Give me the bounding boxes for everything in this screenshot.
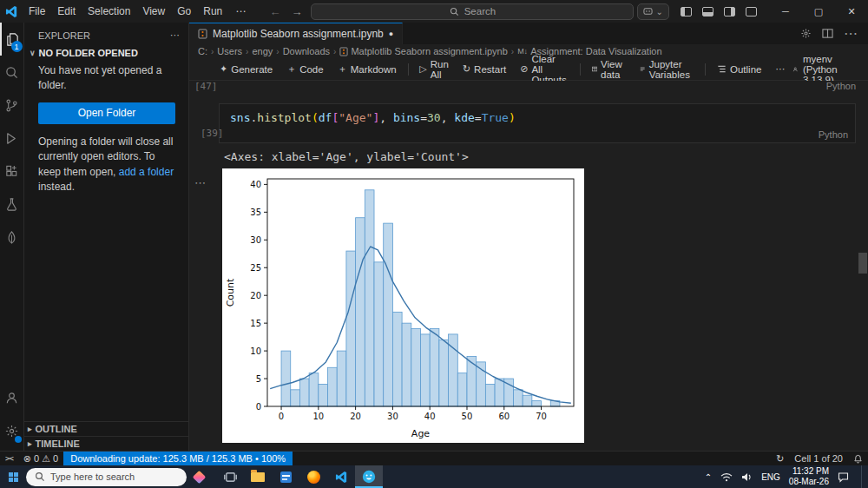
outline-section-header[interactable]: ▸ OUTLINE — [24, 421, 188, 436]
menu-file[interactable]: File — [23, 0, 51, 23]
task-view-button[interactable] — [216, 465, 244, 488]
activity-explorer-button[interactable]: 1 — [0, 23, 24, 56]
activity-mongodb-button[interactable] — [0, 221, 24, 254]
toolbar-more-button[interactable]: ⋯ — [769, 60, 791, 79]
clear-outputs-button[interactable]: ⊘ Clear All Outputs — [514, 60, 575, 79]
action-center-icon[interactable] — [838, 472, 849, 483]
cell-output: <Axes: xlabel='Age', ylabel='Count'> ⋯ 0… — [219, 150, 856, 443]
cell-position-indicator[interactable]: Cell 1 of 20 — [789, 452, 848, 466]
customize-layout-icon[interactable] — [746, 7, 757, 16]
previous-cell-strip: [47] Python — [219, 81, 856, 95]
tab-gear-icon[interactable] — [800, 28, 812, 39]
folder-icon — [251, 472, 265, 482]
blue-app-button[interactable] — [272, 465, 299, 488]
variables-icon — [640, 64, 645, 74]
active-app-button[interactable] — [355, 465, 383, 488]
cell-language-picker[interactable]: Python — [819, 129, 848, 140]
nav-back-icon[interactable]: ← — [264, 5, 286, 18]
jupyter-variables-label: Jupyter Variables — [649, 59, 694, 80]
svg-text:15: 15 — [250, 319, 261, 328]
notifications-button[interactable] — [848, 452, 868, 466]
wifi-icon[interactable] — [720, 472, 733, 482]
svg-text:Age: Age — [411, 428, 431, 439]
ellipsis-icon: ⋯ — [775, 63, 785, 75]
jupyter-variables-button[interactable]: Jupyter Variables — [634, 60, 700, 79]
menu-selection[interactable]: Selection — [82, 0, 136, 23]
activity-search-button[interactable] — [0, 56, 24, 89]
menu-overflow[interactable]: ⋯ — [228, 5, 253, 17]
file-explorer-button[interactable] — [244, 465, 272, 488]
sidebar-more-button[interactable]: ⋯ — [170, 30, 180, 41]
generate-button[interactable]: ✦ Generate — [214, 60, 279, 79]
cell-code-line[interactable]: sns.histplot(df["Age"], bins=30, kde=Tru… — [220, 104, 855, 126]
add-code-button[interactable]: ＋ Code — [280, 60, 330, 79]
notebook-icon — [198, 29, 207, 39]
svg-text:5: 5 — [256, 374, 261, 384]
output-menu-button[interactable]: ⋯ — [194, 176, 206, 189]
kernel-icon — [792, 64, 799, 75]
activity-extensions-button[interactable] — [0, 155, 24, 188]
language-indicator[interactable]: ENG — [761, 472, 780, 482]
toggle-sidebar-icon[interactable] — [681, 7, 692, 16]
toggle-secondary-sidebar-icon[interactable] — [724, 7, 735, 16]
download-progress[interactable]: Downloading update: 125.3 MB / 125.3 MB … — [63, 452, 293, 466]
bell-icon — [853, 454, 863, 464]
add-markdown-button[interactable]: ＋ Markdown — [332, 60, 403, 79]
editor-scrollbar[interactable] — [858, 253, 867, 274]
tab-notebook[interactable]: Matplotlib Seaborn assignment.ipynb ● — [189, 23, 403, 44]
nav-forward-icon[interactable]: → — [286, 5, 307, 18]
copilot-menu-button[interactable]: ⌄ — [637, 3, 668, 20]
volume-icon[interactable] — [741, 472, 753, 482]
menu-edit[interactable]: Edit — [51, 0, 82, 23]
settings-button[interactable] — [0, 414, 24, 447]
remote-indicator[interactable]: >< — [0, 452, 18, 466]
timeline-label: TIMELINE — [36, 439, 80, 449]
sync-indicator[interactable]: ↻ — [771, 452, 789, 466]
warnings-icon: ⚠ — [42, 453, 50, 465]
search-highlights-icon[interactable] — [193, 470, 207, 484]
tab-more-button[interactable]: ⋯ — [844, 25, 858, 42]
window-maximize-button[interactable]: ▢ — [802, 0, 835, 23]
firefox-button[interactable] — [299, 465, 327, 488]
split-editor-icon[interactable] — [822, 28, 833, 39]
window-close-button[interactable]: ✕ — [835, 0, 868, 23]
run-all-button[interactable]: ▷ Run All — [413, 60, 455, 79]
menu-go[interactable]: Go — [171, 0, 197, 23]
activity-run-debug-button[interactable] — [0, 122, 24, 155]
restart-button[interactable]: ↻ Restart — [457, 60, 512, 79]
window-minimize-button[interactable]: ─ — [769, 0, 802, 23]
search-icon — [35, 472, 45, 482]
code-cell[interactable]: [39] sns.histplot(df["Age"], bins=30, kd… — [219, 103, 856, 143]
start-button[interactable] — [0, 465, 26, 488]
mail-app-icon — [280, 472, 292, 483]
tab-dirty-dot[interactable]: ● — [389, 30, 393, 38]
menu-view[interactable]: View — [136, 0, 171, 23]
no-folder-section-header[interactable]: ∨ NO FOLDER OPENED — [24, 46, 188, 62]
run-icon: ▷ — [419, 63, 426, 75]
accounts-button[interactable] — [0, 381, 24, 414]
add-folder-link[interactable]: add a folder — [119, 166, 174, 178]
problems-indicator[interactable]: ⊗ 0 ⚠ 0 — [18, 452, 63, 466]
prev-cell-language[interactable]: Python — [826, 81, 856, 91]
breadcrumb-engy[interactable]: engy — [252, 46, 273, 56]
tray-chevron-icon[interactable]: ⌃ — [705, 472, 712, 482]
output-chart: 0102030405060700510152025303540AgeCount — [222, 168, 584, 443]
activity-source-control-button[interactable] — [0, 89, 24, 122]
toggle-panel-icon[interactable] — [702, 7, 713, 16]
breadcrumb-drive[interactable]: C: — [198, 46, 207, 56]
menu-run[interactable]: Run — [197, 0, 228, 23]
breadcrumb-downloads[interactable]: Downloads — [283, 46, 330, 56]
clock[interactable]: 11:32 PM 08-Mar-26 — [789, 466, 829, 488]
command-center-search[interactable]: Search — [311, 3, 634, 20]
activity-testing-button[interactable] — [0, 188, 24, 221]
breadcrumb-users[interactable]: Users — [217, 46, 242, 56]
timeline-section-header[interactable]: ▸ TIMELINE — [24, 436, 188, 451]
breadcrumb-file[interactable]: Matplotlib Seaborn assignment.ipynb — [351, 46, 507, 56]
show-desktop-button[interactable] — [861, 465, 865, 488]
note-text-after: instead. — [38, 181, 75, 193]
taskbar-search-box[interactable]: Type here to search — [26, 468, 187, 486]
view-data-button[interactable]: View data — [586, 60, 633, 79]
open-folder-button[interactable]: Open Folder — [38, 102, 175, 124]
outline-button[interactable]: Outline — [711, 60, 767, 79]
vscode-button[interactable] — [327, 465, 355, 488]
